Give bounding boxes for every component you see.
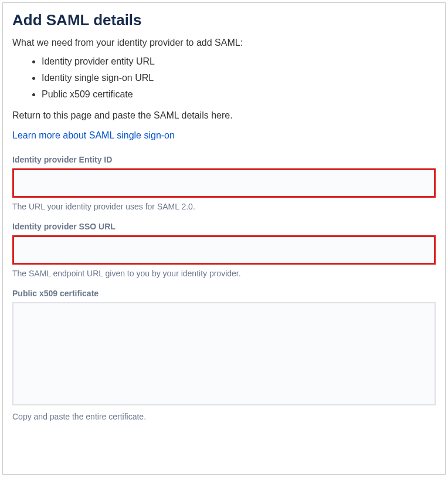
page-title: Add SAML details xyxy=(12,11,436,29)
entity-id-field-group: Identity provider Entity ID The URL your… xyxy=(12,155,436,211)
sso-url-field-group: Identity provider SSO URL The SAML endpo… xyxy=(12,222,436,278)
list-item: Identity provider entity URL xyxy=(42,56,436,67)
return-text: Return to this page and paste the SAML d… xyxy=(12,110,436,121)
certificate-helper: Copy and paste the entire certificate. xyxy=(12,412,436,421)
requirements-list: Identity provider entity URL Identity si… xyxy=(42,56,436,100)
certificate-field-group: Public x509 certificate Copy and paste t… xyxy=(12,289,436,421)
entity-id-label: Identity provider Entity ID xyxy=(12,155,436,164)
entity-id-helper: The URL your identity provider uses for … xyxy=(12,202,436,211)
list-item: Identity single sign-on URL xyxy=(42,73,436,83)
saml-details-panel: Add SAML details What we need from your … xyxy=(2,2,446,475)
sso-url-input[interactable] xyxy=(12,235,436,265)
sso-url-label: Identity provider SSO URL xyxy=(12,222,436,231)
intro-text: What we need from your identity provider… xyxy=(12,38,436,48)
sso-url-helper: The SAML endpoint URL given to you by yo… xyxy=(12,269,436,278)
list-item: Public x509 certificate xyxy=(42,89,436,100)
certificate-input[interactable] xyxy=(12,302,436,405)
certificate-label: Public x509 certificate xyxy=(12,289,436,298)
learn-more-link[interactable]: Learn more about SAML single sign-on xyxy=(12,130,175,141)
entity-id-input[interactable] xyxy=(12,168,436,198)
